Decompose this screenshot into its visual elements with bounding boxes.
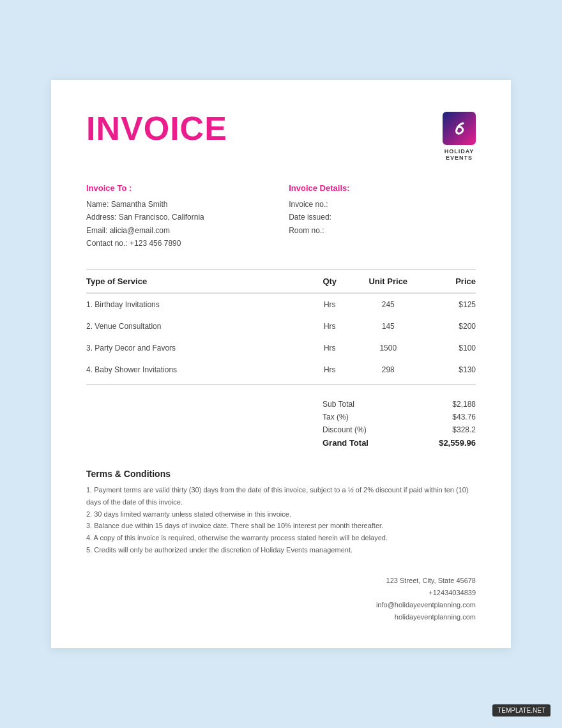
billing-section: Invoice To : Name: Samantha Smith Addres…: [86, 183, 476, 250]
client-name: Name: Samantha Smith: [86, 198, 273, 211]
tax-label: Tax (%): [323, 413, 349, 421]
company-name: HOLIDAY EVENTS: [444, 148, 475, 161]
services-rows: 1. Birthday Invitations Hrs 245 $125 2. …: [86, 293, 476, 384]
template-badge: TEMPLATE.NET: [492, 704, 551, 717]
subtotal-row: Sub Total $2,188: [323, 398, 476, 411]
table-header: Type of Service Qty Unit Price Price: [86, 269, 476, 293]
terms-item: 4. A copy of this invoice is required, o…: [86, 532, 476, 544]
service-price: $125: [418, 293, 476, 315]
room-no: Room no.:: [289, 224, 476, 237]
billing-to: Invoice To : Name: Samantha Smith Addres…: [86, 183, 273, 250]
table-row: 4. Baby Shower Invitations Hrs 298 $130: [86, 359, 476, 384]
services-table: Type of Service Qty Unit Price Price 1. …: [86, 269, 476, 385]
service-unit-price: 1500: [359, 337, 418, 359]
service-name: 2. Venue Consultation: [86, 315, 301, 337]
invoice-no: Invoice no.:: [289, 198, 476, 211]
date-issued: Date issued:: [289, 211, 476, 224]
service-unit-price: 145: [359, 315, 418, 337]
service-price: $130: [418, 359, 476, 384]
terms-title: Terms & Conditions: [86, 469, 476, 479]
table-row: 1. Birthday Invitations Hrs 245 $125: [86, 293, 476, 315]
service-price: $200: [418, 315, 476, 337]
invoice-details: Invoice Details: Invoice no.: Date issue…: [289, 183, 476, 250]
logo-icon: [443, 112, 476, 145]
footer: 123 Street, City, State 45678 +124340348…: [86, 575, 476, 623]
terms-item: 2. 30 days limited warranty unless state…: [86, 508, 476, 520]
invoice-meta: Invoice no.: Date issued: Room no.:: [289, 198, 476, 237]
billing-to-label: Invoice To :: [86, 183, 273, 193]
service-unit-price: 298: [359, 359, 418, 384]
invoice-header: INVOICE HOLIDAY EVENTS: [86, 112, 476, 161]
terms-item: 1. Payment terms are valid thirty (30) d…: [86, 484, 476, 508]
col-unit-price: Unit Price: [359, 269, 418, 293]
footer-phone: +12434034839: [86, 587, 476, 599]
invoice-title: INVOICE: [86, 112, 227, 145]
service-qty: Hrs: [301, 293, 360, 315]
client-contact: Contact no.: +123 456 7890: [86, 237, 273, 250]
subtotal-value: $2,188: [452, 400, 476, 409]
grand-value: $2,559.96: [439, 438, 476, 448]
terms-list: 1. Payment terms are valid thirty (30) d…: [86, 484, 476, 556]
service-qty: Hrs: [301, 337, 360, 359]
table-row: 3. Party Decor and Favors Hrs 1500 $100: [86, 337, 476, 359]
service-name: 4. Baby Shower Invitations: [86, 359, 301, 384]
service-name: 3. Party Decor and Favors: [86, 337, 301, 359]
billing-details: Name: Samantha Smith Address: San Franci…: [86, 198, 273, 250]
footer-address: 123 Street, City, State 45678: [86, 575, 476, 587]
terms-section: Terms & Conditions 1. Payment terms are …: [86, 469, 476, 556]
footer-website: holidayeventplanning.com: [86, 611, 476, 623]
service-unit-price: 245: [359, 293, 418, 315]
service-price: $100: [418, 337, 476, 359]
footer-email: info@holidayeventplanning.com: [86, 599, 476, 611]
invoice-details-label: Invoice Details:: [289, 183, 476, 193]
service-qty: Hrs: [301, 359, 360, 384]
grand-label: Grand Total: [323, 438, 368, 448]
tax-row: Tax (%) $43.76: [323, 411, 476, 423]
discount-row: Discount (%) $328.2: [323, 423, 476, 436]
terms-item: 5. Credits will only be authorized under…: [86, 544, 476, 556]
client-address: Address: San Francisco, California: [86, 211, 273, 224]
invoice-document: INVOICE HOLIDAY EVENTS Invoice To : Name…: [51, 80, 511, 648]
totals-section: Sub Total $2,188 Tax (%) $43.76 Discount…: [86, 398, 476, 450]
totals-table: Sub Total $2,188 Tax (%) $43.76 Discount…: [323, 398, 476, 450]
client-email: Email: alicia@email.com: [86, 224, 273, 237]
discount-label: Discount (%): [323, 425, 367, 434]
col-qty: Qty: [301, 269, 360, 293]
tax-value: $43.76: [452, 413, 476, 421]
grand-total-row: Grand Total $2,559.96: [323, 436, 476, 450]
discount-value: $328.2: [452, 425, 476, 434]
col-service: Type of Service: [86, 269, 301, 293]
company-logo: HOLIDAY EVENTS: [443, 112, 476, 161]
subtotal-label: Sub Total: [323, 400, 354, 409]
table-row: 2. Venue Consultation Hrs 145 $200: [86, 315, 476, 337]
service-name: 1. Birthday Invitations: [86, 293, 301, 315]
col-price: Price: [418, 269, 476, 293]
service-qty: Hrs: [301, 315, 360, 337]
terms-item: 3. Balance due within 15 days of invoice…: [86, 520, 476, 532]
